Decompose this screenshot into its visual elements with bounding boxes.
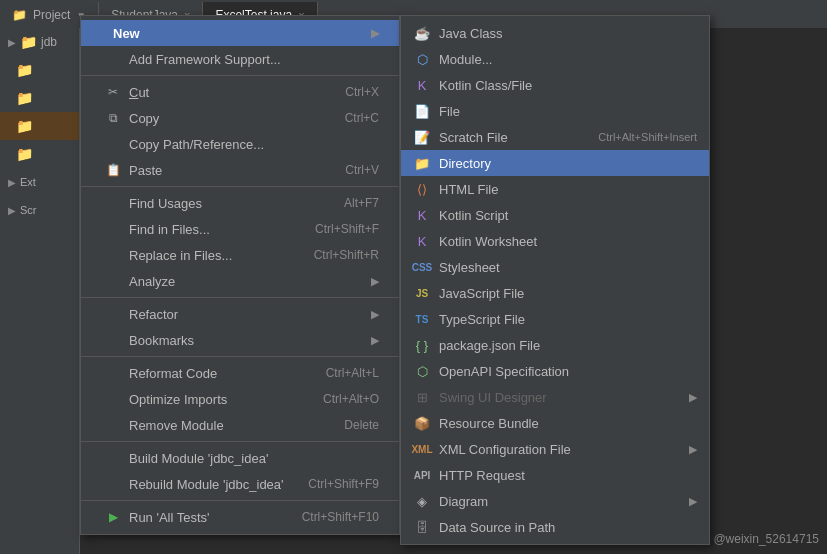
reformat-icon [105, 365, 121, 381]
submenu-typescript[interactable]: TS TypeScript File [401, 306, 709, 332]
folder-icon: 📁 [16, 118, 33, 134]
bookmarks-icon [105, 332, 121, 348]
submenu-xml[interactable]: XML XML Configuration File ▶ [401, 436, 709, 462]
framework-icon [105, 51, 121, 67]
menu-item-add-framework[interactable]: Add Framework Support... [81, 46, 399, 72]
find-files-icon [105, 221, 121, 237]
refactor-icon [105, 306, 121, 322]
css-icon: CSS [413, 258, 431, 276]
submenu-diagram[interactable]: ◈ Diagram ▶ [401, 488, 709, 514]
run-icon: ▶ [105, 509, 121, 525]
menu-item-new[interactable]: New ▶ [81, 20, 399, 46]
submenu-kotlin-script[interactable]: K Kotlin Script [401, 202, 709, 228]
menu-item-refactor[interactable]: Refactor ▶ [81, 301, 399, 327]
submenu-html[interactable]: ⟨⟩ HTML File [401, 176, 709, 202]
sidebar-item-ext[interactable]: ▶ Ext [0, 168, 79, 196]
bookmarks-arrow-icon: ▶ [371, 334, 379, 347]
resource-icon: 📦 [413, 414, 431, 432]
sidebar-item-jdbc[interactable]: ▶ 📁 jdb [0, 28, 79, 56]
submenu-http[interactable]: API HTTP Request [401, 462, 709, 488]
directory-icon: 📁 [413, 154, 431, 172]
swing-icon: ⊞ [413, 388, 431, 406]
sidebar-item-scr[interactable]: ▶ Scr [0, 196, 79, 224]
separator-1 [81, 75, 399, 76]
kotlin-class-icon: K [413, 76, 431, 94]
menu-item-find-in-files[interactable]: Find in Files... Ctrl+Shift+F [81, 216, 399, 242]
sidebar-item-sub4[interactable]: 📁 [0, 140, 79, 168]
analyze-icon [105, 273, 121, 289]
separator-5 [81, 441, 399, 442]
submenu-resource-bundle[interactable]: 📦 Resource Bundle [401, 410, 709, 436]
submenu-datasource[interactable]: 🗄 Data Source in Path [401, 514, 709, 540]
new-arrow-icon: ▶ [371, 27, 379, 40]
ts-icon: TS [413, 310, 431, 328]
menu-item-paste[interactable]: 📋 Paste Ctrl+V [81, 157, 399, 183]
submenu-swing: ⊞ Swing UI Designer ▶ [401, 384, 709, 410]
separator-6 [81, 500, 399, 501]
sidebar-item-sub2[interactable]: 📁 [0, 84, 79, 112]
arrow-icon: ▶ [8, 205, 16, 216]
diagram-icon: ◈ [413, 492, 431, 510]
menu-item-build[interactable]: Build Module 'jdbc_idea' [81, 445, 399, 471]
sidebar-item-sub3[interactable]: 📁 [0, 112, 79, 140]
menu-item-rebuild[interactable]: Rebuild Module 'jdbc_idea' Ctrl+Shift+F9 [81, 471, 399, 497]
menu-item-bookmarks[interactable]: Bookmarks ▶ [81, 327, 399, 353]
submenu-packagejson[interactable]: { } package.json File [401, 332, 709, 358]
submenu-stylesheet[interactable]: CSS Stylesheet [401, 254, 709, 280]
refactor-arrow-icon: ▶ [371, 308, 379, 321]
submenu-directory[interactable]: 📁 Directory [401, 150, 709, 176]
diagram-arrow-icon: ▶ [689, 495, 697, 508]
menu-item-replace-in-files[interactable]: Replace in Files... Ctrl+Shift+R [81, 242, 399, 268]
menu-item-copy[interactable]: ⧉ Copy Ctrl+C [81, 105, 399, 131]
sidebar-item-sub1[interactable]: 📁 [0, 56, 79, 84]
folder-icon: 📁 [16, 146, 33, 162]
module-icon: ⬡ [413, 50, 431, 68]
menu-item-copy-path[interactable]: Copy Path/Reference... [81, 131, 399, 157]
menu-item-optimize[interactable]: Optimize Imports Ctrl+Alt+O [81, 386, 399, 412]
arrow-icon: ▶ [8, 37, 16, 48]
folder-icon: 📁 [16, 62, 33, 78]
menu-item-run[interactable]: ▶ Run 'All Tests' Ctrl+Shift+F10 [81, 504, 399, 530]
submenu-module[interactable]: ⬡ Module... [401, 46, 709, 72]
openapi-icon: ⬡ [413, 362, 431, 380]
submenu-kotlin-class[interactable]: K Kotlin Class/File [401, 72, 709, 98]
submenu-file[interactable]: 📄 File [401, 98, 709, 124]
find-usages-icon [105, 195, 121, 211]
remove-icon [105, 417, 121, 433]
kotlin-script-icon: K [413, 206, 431, 224]
file-icon: 📄 [413, 102, 431, 120]
package-icon: { } [413, 336, 431, 354]
java-class-icon: ☕ [413, 24, 431, 42]
rebuild-icon [105, 476, 121, 492]
arrow-icon: ▶ [8, 177, 16, 188]
xml-arrow-icon: ▶ [689, 443, 697, 456]
new-icon [89, 25, 105, 41]
menu-item-cut[interactable]: ✂ CCutut Ctrl+X [81, 79, 399, 105]
submenu-java-class[interactable]: ☕ Java Class [401, 20, 709, 46]
separator-4 [81, 356, 399, 357]
copy-path-icon [105, 136, 121, 152]
build-icon [105, 450, 121, 466]
folder-icon: 📁 [20, 34, 37, 50]
cut-icon: ✂ [105, 84, 121, 100]
swing-arrow-icon: ▶ [689, 391, 697, 404]
folder-icon: 📁 [16, 90, 33, 106]
copy-icon: ⧉ [105, 110, 121, 126]
separator-3 [81, 297, 399, 298]
context-menu-right: ☕ Java Class ⬡ Module... K Kotlin Class/… [400, 15, 710, 545]
html-icon: ⟨⟩ [413, 180, 431, 198]
menu-item-reformat[interactable]: Reformat Code Ctrl+Alt+L [81, 360, 399, 386]
submenu-kotlin-worksheet[interactable]: K Kotlin Worksheet [401, 228, 709, 254]
project-icon: 📁 [12, 8, 27, 22]
scratch-icon: 📝 [413, 128, 431, 146]
submenu-openapi[interactable]: ⬡ OpenAPI Specification [401, 358, 709, 384]
menu-item-analyze[interactable]: Analyze ▶ [81, 268, 399, 294]
submenu-javascript[interactable]: JS JavaScript File [401, 280, 709, 306]
submenu-scratch[interactable]: 📝 Scratch File Ctrl+Alt+Shift+Insert [401, 124, 709, 150]
http-icon: API [413, 466, 431, 484]
separator-2 [81, 186, 399, 187]
datasource-icon: 🗄 [413, 518, 431, 536]
menu-item-find-usages[interactable]: Find Usages Alt+F7 [81, 190, 399, 216]
menu-item-remove-module[interactable]: Remove Module Delete [81, 412, 399, 438]
paste-icon: 📋 [105, 162, 121, 178]
